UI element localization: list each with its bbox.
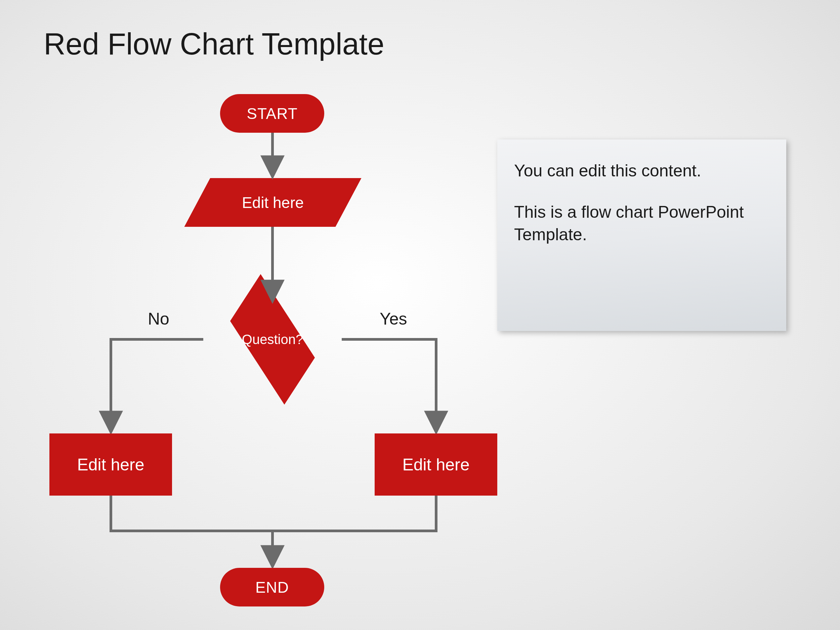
- decision-node: Question?: [204, 301, 341, 378]
- process-node-right: Edit here: [375, 433, 497, 496]
- process-node-top: Edit here: [197, 178, 349, 227]
- end-node: END: [220, 568, 324, 606]
- flowchart: START Edit here Question? No Yes Edit he…: [0, 0, 840, 630]
- start-node: START: [220, 94, 324, 133]
- connectors: [0, 0, 840, 630]
- process-node-left: Edit here: [49, 433, 172, 496]
- branch-label-no: No: [148, 309, 169, 328]
- branch-label-yes: Yes: [380, 309, 407, 328]
